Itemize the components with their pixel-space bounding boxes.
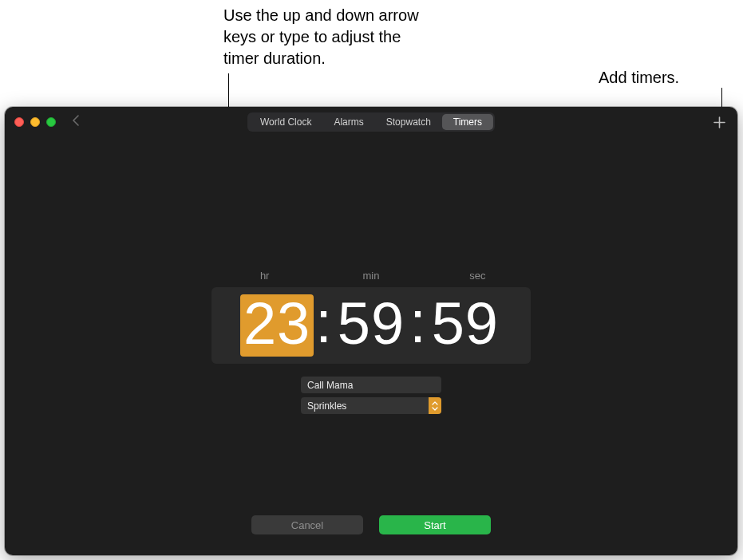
mode-tabs: World Clock Alarms Stopwatch Timers bbox=[247, 112, 495, 132]
separator: : bbox=[314, 293, 334, 358]
content-area: hr min sec 23 : 59 : 59 Call Mama Sprink… bbox=[5, 137, 737, 555]
window-controls bbox=[14, 117, 56, 127]
hours-field[interactable]: 23 bbox=[240, 294, 314, 357]
timer-sound-value: Sprinkles bbox=[307, 400, 346, 412]
timer-duration-picker[interactable]: 23 : 59 : 59 bbox=[211, 287, 531, 364]
start-button[interactable]: Start bbox=[379, 515, 491, 534]
label-min: min bbox=[323, 270, 419, 282]
titlebar: World Clock Alarms Stopwatch Timers bbox=[5, 107, 737, 137]
minutes-field[interactable]: 59 bbox=[334, 294, 408, 357]
label-sec: sec bbox=[429, 270, 525, 282]
minimize-window-button[interactable] bbox=[30, 117, 40, 127]
clock-window: World Clock Alarms Stopwatch Timers hr m… bbox=[5, 107, 737, 555]
tab-stopwatch[interactable]: Stopwatch bbox=[375, 114, 442, 130]
separator: : bbox=[408, 293, 429, 358]
back-button[interactable] bbox=[67, 113, 85, 131]
cancel-button[interactable]: Cancel bbox=[251, 515, 363, 534]
fullscreen-window-button[interactable] bbox=[46, 117, 56, 127]
time-unit-labels: hr min sec bbox=[211, 270, 531, 282]
action-buttons: Cancel Start bbox=[251, 515, 491, 534]
tab-alarms[interactable]: Alarms bbox=[322, 114, 374, 130]
label-hr: hr bbox=[217, 270, 313, 282]
annotation-add: Add timers. bbox=[599, 67, 710, 89]
tab-world-clock[interactable]: World Clock bbox=[249, 114, 322, 130]
timer-sound-select[interactable]: Sprinkles bbox=[301, 397, 441, 414]
close-window-button[interactable] bbox=[14, 117, 24, 127]
seconds-field[interactable]: 59 bbox=[429, 294, 502, 357]
timer-label-value: Call Mama bbox=[307, 380, 353, 391]
timer-label-input[interactable]: Call Mama bbox=[301, 377, 441, 393]
tab-timers[interactable]: Timers bbox=[442, 114, 493, 130]
stepper-arrows-icon bbox=[429, 397, 441, 414]
add-timer-button[interactable] bbox=[710, 113, 728, 131]
annotation-duration: Use the up and down arrow keys or type t… bbox=[223, 5, 439, 69]
